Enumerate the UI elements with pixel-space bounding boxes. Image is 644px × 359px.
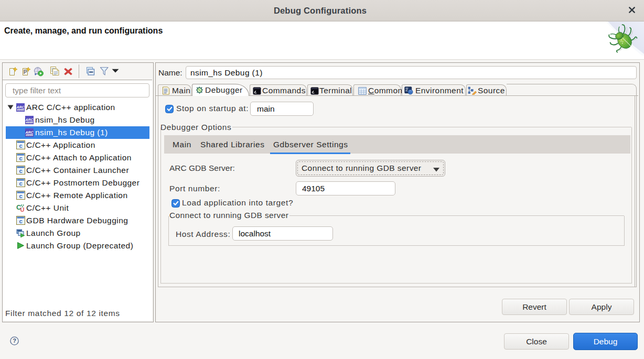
svg-text:U: U [20,206,25,212]
svg-text:c: c [19,155,22,161]
svg-text:c: c [19,218,22,224]
svg-text:c: c [19,168,22,174]
svg-text:P: P [24,69,27,75]
svg-text:Synopsys: Synopsys [26,122,34,124]
svg-text:c: c [19,143,22,149]
svg-text:?: ? [13,338,16,344]
svg-text:c: c [19,180,22,187]
svg-text:ARC: ARC [16,105,25,109]
svg-text:ARC: ARC [25,130,34,134]
svg-text:Synopsys: Synopsys [26,134,34,136]
svg-text:ARC: ARC [25,118,34,122]
svg-text:c: c [19,193,22,199]
svg-text:Synopsys: Synopsys [17,109,25,111]
